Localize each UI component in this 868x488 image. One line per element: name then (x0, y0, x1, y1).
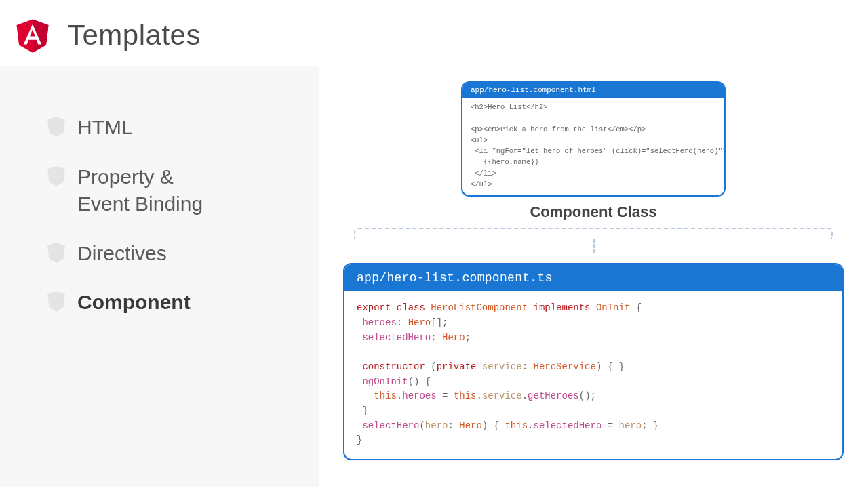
angular-logo-icon (14, 16, 52, 54)
sidebar: HTML Property & Event Binding Directives… (0, 66, 319, 487)
card-header: app/hero-list.component.html (462, 83, 724, 98)
code-block-template-html: <h2>Hero List</h2> <p><em>Pick a hero fr… (462, 98, 724, 195)
svg-marker-1 (33, 19, 49, 52)
shield-icon (47, 166, 65, 186)
template-code-card: app/hero-list.component.html <h2>Hero Li… (461, 81, 726, 197)
section-label-component-class: Component Class (343, 203, 844, 221)
nav-item-html[interactable]: HTML (47, 114, 302, 142)
main-panel: app/hero-list.component.html <h2>Hero Li… (319, 66, 868, 487)
slide: Templates HTML Property & Event Binding … (0, 0, 868, 488)
page-title: Templates (68, 19, 201, 52)
body: HTML Property & Event Binding Directives… (0, 66, 868, 487)
nav-label: Component (77, 289, 191, 317)
shield-icon (47, 117, 65, 137)
connector-line-v (593, 239, 595, 253)
shield-icon (47, 291, 65, 312)
nav-item-property-event-binding[interactable]: Property & Event Binding (47, 163, 302, 218)
card-header: app/hero-list.component.ts (344, 264, 842, 291)
connector-diagram (354, 222, 833, 255)
nav-label: HTML (77, 114, 133, 142)
nav-item-component[interactable]: Component (47, 289, 302, 317)
header: Templates (0, 0, 868, 66)
shield-icon (47, 243, 65, 263)
component-code-card: app/hero-list.component.ts export class … (343, 263, 844, 460)
nav-label: Directives (77, 240, 167, 268)
connector-line-h (354, 228, 833, 239)
code-block-component-ts: export class HeroListComponent implement… (344, 291, 842, 459)
nav-item-directives[interactable]: Directives (47, 240, 302, 268)
nav-label: Property & Event Binding (77, 163, 203, 218)
